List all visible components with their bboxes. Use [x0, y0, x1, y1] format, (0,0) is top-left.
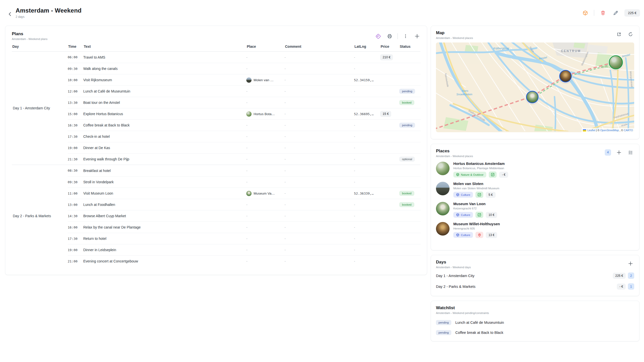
plan-time: 21:00 — [68, 259, 83, 263]
edit-trip-button[interactable] — [612, 9, 619, 17]
plan-comment: - — [285, 123, 354, 127]
category-label: Culture — [461, 234, 470, 237]
add-place-button[interactable] — [615, 149, 623, 156]
map-refresh-button[interactable] — [627, 30, 634, 38]
delete-trip-button[interactable] — [599, 9, 607, 17]
empty-place: - — [246, 101, 248, 105]
openstreetmap-link[interactable]: OpenStreetMap — [600, 129, 619, 132]
plans-column-headers: DayTimeTextPlaceCommentLatLngPriceStatus — [12, 44, 420, 52]
plan-text: Explore Hortus Botanicus — [83, 112, 246, 116]
place-list-item[interactable]: Hortus Botanicus AmsterdamHortus Botanic… — [436, 162, 634, 178]
plans-more-button[interactable] — [402, 32, 409, 40]
plan-row[interactable]: 11:00Visit Museum LoonMuseum Va…-52.3633… — [68, 188, 421, 199]
place-list-item[interactable]: Museum Willet-HolthuysenHerengracht 605C… — [436, 222, 634, 238]
check-square-icon — [491, 173, 495, 176]
plan-rows: 08:30Breakfast at hotel---09:30Stroll in… — [68, 165, 421, 267]
plan-status: pending — [399, 123, 421, 128]
place-name: Molen van Sloten — [453, 182, 499, 186]
plan-row[interactable]: 09:30Walk along the canals--- — [68, 63, 421, 74]
price-badge: 15 € — [380, 111, 391, 117]
plan-row[interactable]: 17:30Check-in at hotel--- — [68, 131, 421, 142]
plan-row[interactable]: 13:00Lunch at Foodhallen---booked — [68, 199, 421, 210]
plan-time: 19:00 — [68, 146, 83, 150]
plan-row[interactable]: 08:30Breakfast at hotel--- — [68, 165, 421, 176]
plan-row[interactable]: 14:30Browse Albert Cuyp Market--- — [68, 210, 421, 221]
col-header-time: Time — [68, 44, 83, 49]
places-subtitle: Amsterdam - Weekend places — [436, 155, 473, 158]
map-expand-button[interactable] — [615, 30, 623, 38]
plan-text: Walk along the canals — [83, 67, 246, 71]
plan-row[interactable]: 09:30Stroll in Vondelpark--- — [68, 176, 421, 188]
plan-text: Visit Rijksmuseum — [83, 78, 246, 82]
day-list-item[interactable]: Day 2 - Parks & Markets- €1 — [436, 282, 634, 291]
plan-latlng: - — [354, 123, 380, 127]
empty-comment: - — [285, 67, 286, 71]
days-title: Days — [436, 260, 471, 265]
plan-time: 09:30 — [68, 180, 83, 184]
plan-row[interactable]: 15:00Explore Hortus BotanicusHortus Bota… — [68, 108, 421, 119]
place-list-item[interactable]: Molen van SlotenMolen van Sloten Windmil… — [436, 182, 634, 198]
place-price-badge: 10 € — [486, 212, 497, 218]
printer-icon — [387, 34, 392, 39]
plan-text: Stroll in Vondelpark — [83, 180, 246, 184]
empty-latlng: - — [354, 146, 355, 150]
map-marker-hortus[interactable] — [609, 55, 623, 69]
visited-check-badge — [475, 212, 483, 218]
plan-row[interactable]: 10:00Visit RijksmuseumMolen van …-52.341… — [68, 74, 421, 85]
plan-row[interactable]: 06:00Travel to AMS---210 € — [68, 52, 421, 63]
place-list-item[interactable]: Museum Van LoonKeizersgracht 672Culture1… — [436, 202, 634, 218]
leaflet-link[interactable]: Leaflet — [587, 129, 595, 132]
map-marker-willet[interactable] — [559, 70, 572, 82]
map-marker-vanloon[interactable] — [526, 91, 539, 103]
place-address: Keizersgracht 672 — [453, 207, 497, 210]
plan-row[interactable]: 16:30Coffee break at Back to Black---pen… — [68, 119, 421, 131]
watchlist-subtitle: Amsterdam - Weekend pending/constraints — [436, 311, 634, 314]
plan-place: - — [246, 248, 285, 252]
plan-text: Lunch at Foodhallen — [83, 203, 246, 207]
day-list-item[interactable]: Day 1 - Amsterdam City225 €2 — [436, 271, 634, 281]
add-day-button[interactable] — [627, 260, 634, 267]
place-avatar — [246, 77, 252, 83]
plan-comment: - — [285, 214, 354, 218]
plan-place: Hortus Bota… — [246, 111, 285, 117]
plan-comment: - — [285, 180, 354, 184]
plan-text: Boat tour on the Amstel — [83, 101, 246, 105]
route-button[interactable] — [374, 32, 382, 40]
empty-latlng: - — [354, 214, 355, 218]
cube-icon — [456, 233, 459, 237]
header-divider — [594, 10, 594, 16]
map-label: CENTRUM — [561, 49, 581, 53]
place-badges: Culture5 € — [453, 192, 499, 198]
watchlist-item[interactable]: pendingCoffee break at Back to Black — [436, 328, 634, 338]
empty-comment: - — [285, 157, 286, 161]
plan-comment: - — [285, 78, 354, 82]
plan-row[interactable]: 12:00Lunch at Café de Museumtuin---pendi… — [68, 85, 421, 97]
plan-row[interactable]: 13:30Boat tour on the Amstel---booked — [68, 97, 421, 108]
map-canvas[interactable]: CENTRUMKrijtbergbrugRokinAmstelAmstelWat… — [436, 42, 634, 132]
add-plan-button[interactable] — [413, 32, 421, 40]
plan-latlng: - — [354, 214, 380, 218]
day-name: Day 2 - Parks & Markets — [436, 285, 475, 289]
category-badge: Culture — [453, 192, 473, 198]
plan-row[interactable]: 21:30Evening walk through De Pijp---opti… — [68, 153, 421, 165]
plan-text: Breakfast at hotel — [83, 169, 246, 173]
plan-row[interactable]: 19:00Dinner at De Kas--- — [68, 142, 421, 153]
print-button[interactable] — [386, 32, 393, 40]
plan-time: 12:00 — [68, 89, 83, 93]
plan-comment: - — [285, 259, 354, 263]
places-list-view-button[interactable] — [627, 149, 634, 156]
plan-row[interactable]: 19:00Dinner in Leidseplein--- — [68, 244, 421, 255]
plan-row[interactable]: 16:00Relax by the canal near De Plantage… — [68, 221, 421, 233]
plan-row[interactable]: 21:00Evening concert at Concertgebouw--- — [68, 255, 421, 267]
day-badges: 225 €2 — [613, 273, 634, 279]
watchlist-item[interactable]: pendingLunch at Café de Museumtuin — [436, 318, 634, 328]
export-trip-button[interactable] — [581, 9, 589, 17]
place-photo — [436, 162, 450, 175]
back-button[interactable] — [7, 11, 14, 18]
plan-comment: - — [285, 169, 354, 173]
plan-comment: - — [285, 146, 354, 150]
plan-row[interactable]: 17:30Return to hotel--- — [68, 233, 421, 244]
carto-link[interactable]: CARTO — [624, 129, 633, 132]
plan-latlng: - — [354, 101, 380, 105]
plan-comment: - — [285, 225, 354, 229]
